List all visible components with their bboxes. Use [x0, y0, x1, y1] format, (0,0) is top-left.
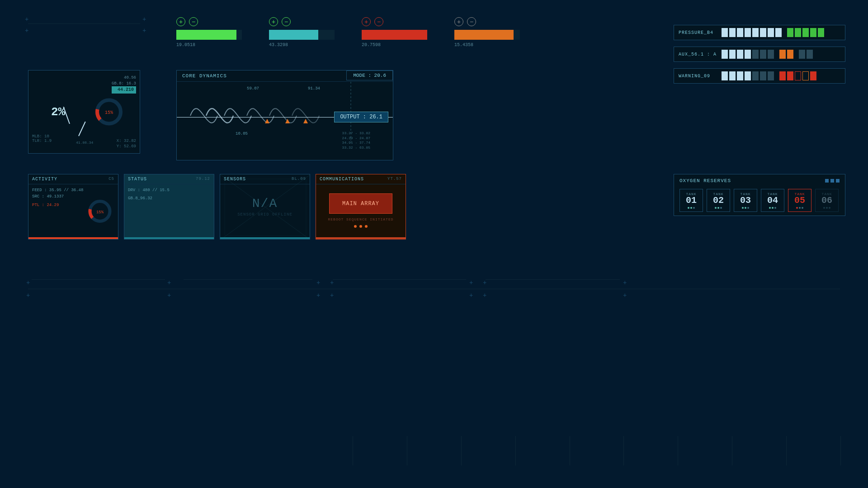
- bch-tl1: +: [26, 279, 32, 285]
- stat-value1: 40.56: [112, 75, 136, 81]
- aux-g3: [768, 50, 774, 59]
- gauge1-value: 19.0518: [176, 42, 195, 47]
- ind-g5: [818, 28, 824, 37]
- gauge-item-2: + − 43.3298: [269, 17, 335, 47]
- tank-06: TANK 06: [815, 189, 839, 212]
- warn-w3: [737, 71, 743, 80]
- activity-panel: ACTIVITY C5 FEED : 35.95 // 36.48 SRC : …: [28, 174, 118, 239]
- core-val1: 59.07: [247, 86, 259, 91]
- warn-w2: [729, 71, 736, 80]
- tank-05: TANK 05: [788, 189, 811, 212]
- oxygen-status-dots: [825, 179, 840, 183]
- feed-val: FEED : 35.95 // 36.48: [32, 187, 114, 193]
- tank02-dots: [709, 207, 728, 209]
- tank06-dots: [817, 207, 836, 209]
- warn-g2: [760, 71, 766, 80]
- gauge1-minus-btn[interactable]: −: [189, 17, 198, 26]
- aux-label: AUX_56.1 : A: [679, 52, 717, 57]
- tlr-val: TLR: 1.9: [32, 139, 52, 143]
- main-array-button[interactable]: MAIN ARRAY: [329, 193, 392, 214]
- vbar-5: [570, 436, 624, 465]
- dot-1: [354, 225, 357, 228]
- tank02-number: 02: [709, 196, 728, 205]
- gauge3-value: 20.7598: [362, 42, 381, 47]
- core-val3: 10.05: [236, 131, 248, 136]
- tank03-dots: [736, 207, 755, 209]
- svg-marker-5: [303, 119, 308, 123]
- pressure-indicators: [722, 28, 824, 37]
- aux-o2: [787, 50, 793, 59]
- aux-g1: [752, 50, 759, 59]
- reboot-text: REBOOT SEQUENCE INITIATED: [316, 217, 406, 221]
- activity-content: FEED : 35.95 // 36.48 SRC : 49.1337 PTL …: [28, 184, 118, 211]
- aux-w2: [729, 50, 736, 59]
- gauge-controls-4: + −: [454, 17, 476, 26]
- svg-marker-3: [265, 119, 269, 123]
- right-indicator-panels: PRESSURE_B4 AUX_56.1 : A: [674, 25, 845, 84]
- gauge2-plus-btn[interactable]: +: [269, 17, 278, 26]
- vbar-4: [515, 436, 570, 465]
- ind-w1: [722, 28, 728, 37]
- gauge4-value: 15.4358: [454, 42, 473, 47]
- oxygen-header: OXYGEN RESERVES: [679, 178, 840, 183]
- bch-tc4: +: [469, 279, 475, 285]
- gauge3-plus-btn[interactable]: +: [362, 17, 371, 26]
- vbar-6: [623, 436, 678, 465]
- aux-g4: [799, 50, 805, 59]
- ind-w7: [768, 28, 774, 37]
- core-visualization: 59.07 91.34 10.05 OUTPUT : 26.1 33.27 - …: [177, 82, 393, 152]
- gauge3-minus-btn[interactable]: −: [374, 17, 383, 26]
- left-panel-coords: X: 32.82 Y: 52.69: [117, 138, 136, 150]
- left-panel: 40.56 GB.8: 16.3 44.210 41.86.34 2% 15% …: [28, 70, 140, 154]
- gauge2-bar-container: [269, 30, 335, 40]
- core-dynamics-panel: CORE DYNAMICS F.3 MODE : 20.6 59.07 91.3…: [176, 70, 393, 160]
- gauge4-plus-btn[interactable]: +: [454, 17, 463, 26]
- warn-w4: [745, 71, 751, 80]
- ind-w2: [729, 28, 736, 37]
- tank-grid: TANK 01 TANK 02 TANK 03: [679, 189, 840, 212]
- sensors-overlay-svg: [220, 174, 310, 239]
- needle-2: [78, 122, 86, 136]
- warn-r2: [787, 71, 793, 80]
- vbar-3: [461, 436, 515, 465]
- tank-02: TANK 02: [707, 189, 730, 212]
- bch-bc1: +: [167, 292, 173, 297]
- aux-g2: [760, 50, 766, 59]
- core-dynamics-title: CORE DYNAMICS: [182, 73, 227, 79]
- gauge1-bar-container: [176, 30, 242, 40]
- gauge2-bar: [269, 30, 318, 40]
- ind-w5: [752, 28, 759, 37]
- ind-w4: [745, 28, 751, 37]
- tank04-number: 04: [763, 196, 782, 205]
- vbar-7: [678, 436, 732, 465]
- grid-h3: [333, 279, 466, 280]
- status-panel: STATUS 79.12 DRV : 480 // 15.5 GB.8_96.3…: [124, 174, 214, 239]
- ind-w8: [775, 28, 782, 37]
- svg-text:15%: 15%: [96, 210, 104, 214]
- percent-display: 2%: [51, 105, 65, 119]
- ind-w3: [737, 28, 743, 37]
- drv-val: DRV : 480 // 15.5: [128, 187, 210, 193]
- aux-g5: [807, 50, 813, 59]
- gauge2-value: 43.3298: [269, 42, 288, 47]
- gauge2-minus-btn[interactable]: −: [282, 17, 291, 26]
- warn-g1: [752, 71, 759, 80]
- bottom-vert-bars: [353, 429, 841, 465]
- gauge3-bar-container: [362, 30, 427, 40]
- corner-tl-1: +: [25, 16, 30, 21]
- bottom-divider-top: [28, 289, 840, 289]
- aux-w4: [745, 50, 751, 59]
- status-header: STATUS 79.12: [124, 174, 214, 184]
- warn-or1: [795, 71, 801, 80]
- gauge4-bar: [454, 30, 514, 40]
- gauge1-plus-btn[interactable]: +: [176, 17, 185, 26]
- tank01-dots: [682, 207, 701, 209]
- status-content: DRV : 480 // 15.5 GB.8_96.32: [124, 184, 214, 205]
- tank-04: TANK 04: [761, 189, 784, 212]
- svg-line-10: [220, 174, 310, 239]
- status-id: 79.12: [196, 177, 210, 182]
- bch-bc3: +: [330, 292, 335, 297]
- gauge4-minus-btn[interactable]: −: [467, 17, 476, 26]
- corner-tl-2: +: [25, 27, 30, 33]
- aux-w3: [737, 50, 743, 59]
